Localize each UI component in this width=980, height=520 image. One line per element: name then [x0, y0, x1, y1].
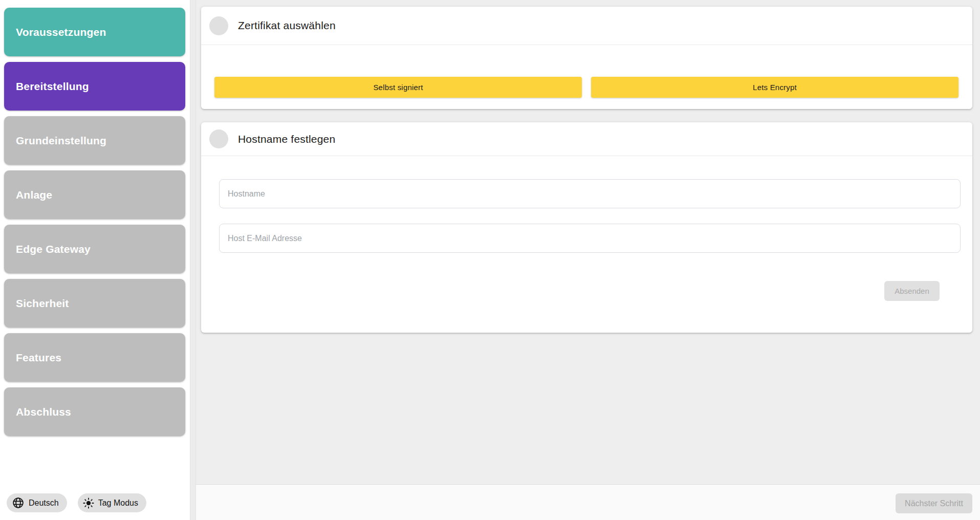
sidebar-item-anlage[interactable]: Anlage	[4, 170, 185, 219]
step-circle-icon	[209, 16, 228, 35]
step-circle-icon	[209, 129, 228, 148]
sidebar-item-features[interactable]: Features	[4, 333, 185, 382]
host-email-input[interactable]	[219, 224, 961, 253]
main-content: Zertifikat auswählen Selbst signiert Let…	[196, 0, 980, 520]
certificate-options: Selbst signiert Lets Encrypt	[214, 77, 959, 98]
sidebar-item-sicherheit[interactable]: Sicherheit	[4, 279, 185, 328]
hostname-form: Absenden	[201, 156, 972, 301]
certificate-card-title: Zertifikat auswählen	[238, 19, 336, 32]
self-signed-button[interactable]: Selbst signiert	[214, 77, 582, 98]
sidebar-item-label: Sicherheit	[16, 297, 69, 310]
sidebar-item-voraussetzungen[interactable]: Voraussetzungen	[4, 8, 185, 56]
sidebar-item-abschluss[interactable]: Abschluss	[4, 387, 185, 436]
sidebar-item-label: Grundeinstellung	[16, 135, 106, 147]
sidebar-item-label: Bereitstellung	[16, 80, 89, 93]
language-chip-label: Deutsch	[29, 499, 59, 508]
sidebar-item-grundeinstellung[interactable]: Grundeinstellung	[4, 116, 185, 165]
theme-mode-chip-label: Tag Modus	[98, 499, 138, 508]
hostname-card-header: Hostname festlegen	[201, 122, 972, 156]
sidebar-item-label: Edge Gateway	[16, 243, 91, 255]
wizard-footer-bar: Nächster Schritt	[196, 484, 980, 520]
certificate-card-header: Zertifikat auswählen	[201, 7, 972, 45]
language-chip[interactable]: Deutsch	[7, 493, 67, 512]
hostname-card: Hostname festlegen Absenden	[201, 122, 972, 333]
certificate-card: Zertifikat auswählen Selbst signiert Let…	[201, 7, 972, 109]
sidebar-item-label: Voraussetzungen	[16, 26, 106, 38]
globe-icon	[12, 496, 25, 509]
sun-icon	[83, 497, 94, 509]
submit-button[interactable]: Absenden	[884, 281, 940, 301]
sidebar-item-label: Features	[16, 352, 61, 364]
sidebar-item-bereitstellung[interactable]: Bereitstellung	[4, 62, 185, 111]
sidebar-scrollbar[interactable]	[190, 0, 196, 520]
submit-row: Absenden	[219, 281, 961, 301]
sidebar-item-label: Anlage	[16, 189, 52, 201]
sidebar-footer-chips: Deutsch Tag Mod	[7, 493, 146, 512]
hostname-card-title: Hostname festlegen	[238, 133, 335, 145]
sidebar-item-edge-gateway[interactable]: Edge Gateway	[4, 225, 185, 273]
lets-encrypt-button[interactable]: Lets Encrypt	[591, 77, 959, 98]
theme-mode-chip[interactable]: Tag Modus	[78, 493, 146, 512]
wizard-sidebar: Voraussetzungen Bereitstellung Grundeins…	[0, 0, 190, 520]
hostname-input[interactable]	[219, 179, 961, 208]
sidebar-item-label: Abschluss	[16, 406, 71, 418]
next-step-button[interactable]: Nächster Schritt	[896, 493, 972, 513]
